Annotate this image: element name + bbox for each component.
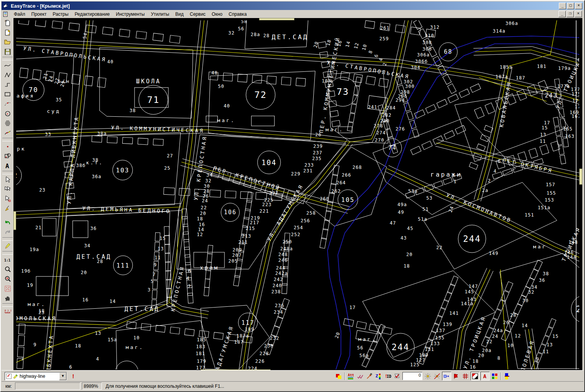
svg-text:181: 181 bbox=[537, 64, 547, 69]
select-object-tool-button[interactable] bbox=[3, 194, 13, 203]
rectangle-tool-button[interactable] bbox=[3, 89, 13, 99]
svg-text:маг.: маг. bbox=[358, 336, 376, 342]
arc-dots-tool-button[interactable] bbox=[3, 99, 13, 109]
one-to-one-button[interactable]: 1:1 bbox=[3, 255, 13, 265]
svg-text:244: 244 bbox=[276, 265, 286, 271]
svg-text:16: 16 bbox=[82, 297, 88, 303]
menu-item-4[interactable]: Инструменты bbox=[113, 10, 148, 18]
text-tool-button[interactable]: A bbox=[3, 161, 13, 170]
zoom-select-tool-button[interactable] bbox=[3, 274, 13, 284]
ortho-line-tool-button[interactable] bbox=[3, 80, 13, 89]
multi-select-tool-button[interactable] bbox=[3, 184, 13, 194]
save-floppy-button[interactable] bbox=[3, 47, 13, 56]
left-scroll-strip[interactable] bbox=[13, 18, 16, 372]
blue-yellow-button[interactable] bbox=[503, 372, 511, 380]
undo-button[interactable] bbox=[3, 218, 13, 227]
menu-item-2[interactable]: Растры bbox=[50, 10, 71, 18]
box-arrow-button[interactable] bbox=[442, 372, 451, 380]
menu-item-6[interactable]: Вид bbox=[172, 10, 187, 18]
svg-text:34: 34 bbox=[531, 284, 537, 290]
svg-text:20: 20 bbox=[334, 331, 341, 339]
broom-tool-button[interactable] bbox=[3, 203, 13, 213]
id-exclaim-button[interactable]: !ID bbox=[384, 372, 392, 380]
verify-check-button[interactable] bbox=[393, 372, 401, 380]
layer-name: highway-line bbox=[19, 374, 59, 379]
layer-combobox[interactable]: highway-line ▼ bbox=[5, 372, 67, 380]
color-grid-button[interactable] bbox=[490, 372, 499, 380]
app-window: EasyTrace - [Крымск.jet] _ □ × ФайлПроек… bbox=[0, 0, 585, 392]
zigzag-tool-button[interactable] bbox=[3, 70, 13, 80]
svg-text:314а: 314а bbox=[493, 28, 505, 34]
document-icon[interactable] bbox=[3, 12, 9, 17]
counter-field[interactable]: 0 bbox=[402, 372, 422, 380]
map-canvas[interactable]: 4040385048353338а3838б36а23272554102412б… bbox=[13, 18, 582, 372]
svg-text:141а: 141а bbox=[461, 301, 474, 306]
pencil-tool-button[interactable] bbox=[3, 241, 13, 251]
trace-points-tool-button[interactable] bbox=[3, 128, 13, 137]
open-folder-button[interactable] bbox=[3, 37, 13, 47]
attributes-button[interactable]: Att bbox=[347, 372, 355, 380]
menu-item-5[interactable]: Утилиты bbox=[148, 10, 172, 18]
curve-tool-button[interactable] bbox=[3, 61, 13, 70]
snap-spark-off-button[interactable] bbox=[433, 372, 441, 380]
red-a-button[interactable]: A bbox=[480, 372, 490, 380]
zoom-extents-button[interactable] bbox=[3, 284, 13, 293]
warning-exclaim-button[interactable]: ! bbox=[69, 373, 77, 379]
vector-arrow-button[interactable] bbox=[365, 372, 374, 380]
svg-text:187: 187 bbox=[234, 339, 244, 345]
color-pair-button[interactable] bbox=[334, 372, 343, 380]
top-scroll-strip[interactable] bbox=[13, 18, 582, 20]
transform-tool-button[interactable] bbox=[3, 151, 13, 161]
menu-item-9[interactable]: Справка bbox=[226, 10, 250, 18]
svg-text:258: 258 bbox=[306, 210, 316, 216]
menu-item-1[interactable]: Проект bbox=[28, 10, 50, 18]
svg-text:гаражи: гаражи bbox=[430, 171, 462, 178]
ruler-012-button[interactable]: 0 1 2 bbox=[3, 307, 13, 317]
svg-text:261: 261 bbox=[380, 25, 390, 31]
redo-button[interactable] bbox=[3, 227, 13, 237]
menu-item-7[interactable]: Сервис bbox=[187, 10, 209, 18]
svg-text:306а: 306а bbox=[505, 21, 518, 26]
menu-item-8[interactable]: Окно bbox=[209, 10, 226, 18]
dot-tool-button[interactable] bbox=[3, 142, 13, 151]
svg-text:13: 13 bbox=[540, 132, 546, 137]
svg-text:КОМСОМОЛЬСКАЯ: КОМСОМОЛЬСКАЯ bbox=[13, 315, 57, 321]
add-document-button[interactable]: + bbox=[3, 28, 13, 37]
double-check-button[interactable] bbox=[356, 372, 364, 380]
title-bar[interactable]: EasyTrace - [Крымск.jet] _ □ × bbox=[2, 2, 583, 10]
svg-text:227: 227 bbox=[269, 190, 279, 196]
minimize-button[interactable]: _ bbox=[559, 3, 566, 9]
svg-text:243: 243 bbox=[545, 92, 557, 99]
svg-text:11: 11 bbox=[543, 349, 549, 354]
svg-text:49: 49 bbox=[398, 210, 404, 215]
pan-hand-button[interactable] bbox=[3, 293, 13, 303]
menu-item-3[interactable]: Редактирование bbox=[71, 10, 113, 18]
mdi-minimize-button[interactable]: _ bbox=[558, 11, 566, 17]
snap-spark-button[interactable] bbox=[424, 372, 432, 380]
cursor-tool-button[interactable] bbox=[3, 175, 13, 184]
close-button[interactable]: × bbox=[575, 3, 582, 9]
z-gradient-button[interactable]: Z bbox=[374, 372, 383, 380]
svg-text:153: 153 bbox=[545, 197, 554, 203]
layer-dropdown-arrow[interactable]: ▼ bbox=[59, 372, 66, 380]
zoom-tool-button[interactable] bbox=[3, 265, 13, 274]
hatch-tool-button[interactable] bbox=[3, 118, 13, 128]
layer-checkbox[interactable] bbox=[6, 374, 12, 379]
svg-text:232: 232 bbox=[270, 336, 279, 341]
svg-text:12: 12 bbox=[353, 42, 360, 50]
menu-item-0[interactable]: Файл bbox=[11, 10, 28, 18]
right-scroll-strip[interactable] bbox=[579, 18, 582, 372]
svg-text:242: 242 bbox=[274, 277, 283, 282]
maximize-button[interactable]: □ bbox=[567, 3, 574, 9]
new-project-button[interactable]: xy bbox=[3, 18, 13, 28]
point-circle-tool-button[interactable]: + bbox=[3, 109, 13, 118]
svg-text:19а: 19а bbox=[30, 247, 39, 252]
bw-square-button[interactable] bbox=[470, 372, 480, 380]
red-grid-button[interactable] bbox=[461, 372, 470, 380]
svg-text:259: 259 bbox=[379, 36, 389, 41]
svg-text:14: 14 bbox=[344, 40, 351, 48]
mdi-close-button[interactable]: × bbox=[575, 11, 582, 17]
red-flag-button[interactable] bbox=[452, 372, 460, 380]
svg-text:12: 12 bbox=[197, 232, 203, 237]
mdi-restore-button[interactable]: ❐ bbox=[567, 11, 574, 17]
